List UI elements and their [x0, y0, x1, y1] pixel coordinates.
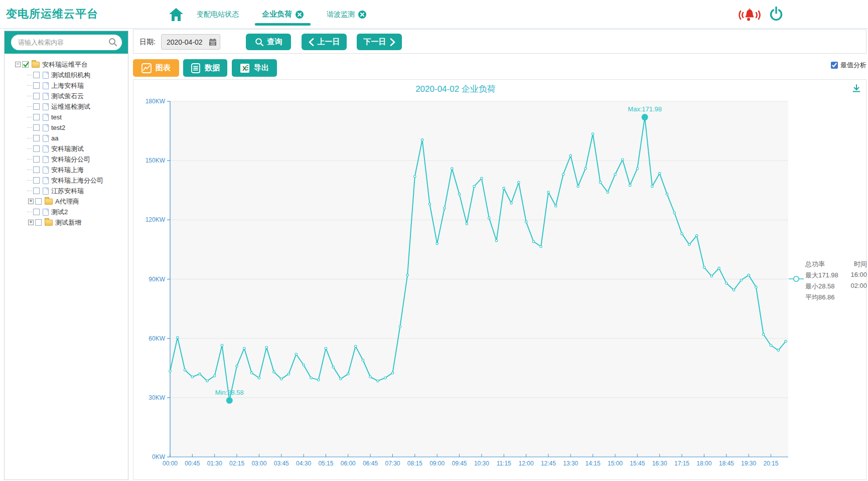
tree-node-13[interactable]: +A代理商 [28, 196, 128, 207]
svg-text:Min:28.58: Min:28.58 [215, 389, 244, 396]
home-icon[interactable] [169, 8, 184, 22]
tree-node-1[interactable]: 测试组织机构 [27, 70, 128, 80]
legend-cell [850, 293, 867, 302]
tree-node-5[interactable]: test [27, 112, 128, 122]
svg-text:16:30: 16:30 [652, 460, 667, 467]
svg-text:05:15: 05:15 [318, 460, 333, 467]
tree-node-label[interactable]: 测试新增 [55, 218, 81, 227]
svg-text:08:15: 08:15 [407, 460, 422, 467]
tree-node-15[interactable]: +测试新增 [28, 217, 128, 228]
tree-node-label[interactable]: 安科瑞上海 [51, 166, 84, 175]
svg-text:00:00: 00:00 [163, 460, 178, 467]
tree-checkbox[interactable] [33, 167, 40, 173]
search-icon[interactable] [108, 38, 117, 49]
date-label: 日期: [139, 38, 156, 47]
data-list-icon [191, 63, 201, 73]
tree-node-2[interactable]: 上海安科瑞 [27, 80, 128, 91]
file-icon [43, 72, 49, 79]
tree-checkbox[interactable] [33, 135, 40, 141]
expand-icon[interactable]: + [28, 220, 34, 225]
svg-text:90KW: 90KW [149, 276, 165, 283]
tree-checkbox[interactable] [33, 72, 40, 78]
file-icon [43, 167, 49, 174]
tree-checkbox[interactable] [33, 93, 40, 99]
tab-0[interactable]: 变配电站状态 [195, 7, 241, 22]
tree-connector [27, 117, 32, 117]
tree-node-8[interactable]: 安科瑞测试 [27, 143, 128, 154]
tab-1[interactable]: 企业负荷 [260, 7, 306, 22]
svg-text:18:45: 18:45 [719, 460, 734, 467]
active-tab-underline [255, 23, 311, 26]
tree-checkbox[interactable] [35, 219, 42, 226]
tree-checkbox[interactable] [33, 82, 40, 89]
folder-icon [45, 220, 53, 226]
power-logout-icon[interactable] [769, 6, 784, 22]
chart-view-button[interactable]: 图表 [133, 59, 179, 77]
tree-checkbox[interactable] [33, 103, 40, 110]
tree-node-label[interactable]: 测试组织机构 [51, 71, 90, 80]
tree-checkbox[interactable] [33, 114, 40, 120]
tree-node-4[interactable]: 运维巡检测试 [27, 101, 128, 112]
tree-connector [27, 148, 32, 149]
tree-node-label[interactable]: 上海安科瑞 [51, 81, 84, 90]
tree-node-label[interactable]: 安科瑞上海分公司 [51, 176, 103, 185]
tree-node-label[interactable]: 测试萤石云 [51, 92, 84, 101]
tab-close-icon[interactable] [358, 11, 366, 19]
svg-text:30KW: 30KW [149, 394, 165, 401]
expand-icon[interactable]: + [28, 199, 34, 204]
tab-close-icon[interactable] [296, 11, 304, 19]
query-button[interactable]: 查询 [246, 34, 291, 50]
tab-2[interactable]: 谐波监测 [325, 7, 368, 22]
tree-node-7[interactable]: aa [27, 133, 128, 143]
download-icon[interactable] [852, 84, 861, 95]
tree-node-0[interactable]: −安科瑞运维平台 [15, 59, 128, 70]
tree-checkbox[interactable] [33, 209, 40, 215]
tree-node-label[interactable]: 安科瑞分公司 [51, 155, 90, 164]
tree-node-label[interactable]: 安科瑞运维平台 [42, 60, 88, 69]
tree-node-9[interactable]: 安科瑞分公司 [27, 154, 128, 165]
tree-checkbox[interactable] [33, 124, 40, 131]
tree-node-label[interactable]: test2 [51, 124, 65, 131]
svg-text:17:15: 17:15 [674, 460, 689, 467]
tree-node-label[interactable]: test [51, 113, 62, 121]
tree-node-label[interactable]: 测试2 [51, 208, 68, 217]
export-button[interactable]: X 导出 [232, 59, 277, 77]
tree-connector [27, 191, 32, 191]
tree-checkbox[interactable] [35, 198, 42, 205]
tree-checkbox[interactable] [22, 61, 29, 68]
date-input[interactable] [167, 36, 205, 48]
tree-node-14[interactable]: 测试2 [27, 207, 128, 217]
search-input[interactable] [18, 35, 103, 49]
tree-checkbox[interactable] [33, 145, 40, 152]
legend-cell: 02:00 [850, 282, 867, 291]
tree-checkbox[interactable] [33, 177, 40, 184]
calendar-icon[interactable] [209, 38, 217, 48]
tree-node-3[interactable]: 测试萤石云 [27, 91, 128, 101]
next-day-button[interactable]: 下一日 [357, 34, 402, 50]
svg-text:07:30: 07:30 [385, 460, 400, 467]
load-line-chart[interactable]: 0KW30KW60KW90KW120KW150KW180KW00:0000:45… [133, 80, 867, 480]
tree-node-label[interactable]: A代理商 [55, 197, 79, 206]
tree-node-label[interactable]: 运维巡检测试 [51, 102, 90, 111]
max-analysis-toggle[interactable]: 最值分析 [831, 61, 866, 70]
tree-node-label[interactable]: 安科瑞测试 [51, 144, 84, 153]
data-view-button[interactable]: 数据 [183, 59, 227, 77]
tree-node-11[interactable]: 安科瑞上海分公司 [27, 175, 128, 186]
tree-node-10[interactable]: 安科瑞上海 [27, 165, 128, 175]
svg-text:02:15: 02:15 [229, 460, 244, 467]
prev-day-button[interactable]: 上一日 [302, 34, 347, 50]
tree-node-label[interactable]: aa [51, 134, 58, 142]
excel-icon: X [240, 63, 250, 73]
tree-node-12[interactable]: 江苏安科瑞 [27, 186, 128, 196]
tree-node-6[interactable]: test2 [27, 122, 128, 133]
svg-text:13:30: 13:30 [563, 460, 578, 467]
tab-label: 谐波监测 [327, 10, 355, 19]
tree-connector [27, 85, 32, 86]
tree-checkbox[interactable] [33, 156, 40, 163]
tree-checkbox[interactable] [33, 188, 40, 194]
max-analysis-checkbox[interactable] [831, 62, 838, 69]
alarm-bell-icon[interactable] [737, 6, 763, 24]
chevron-right-icon [390, 38, 395, 46]
collapse-icon[interactable]: − [15, 62, 21, 67]
tree-node-label[interactable]: 江苏安科瑞 [51, 187, 84, 196]
